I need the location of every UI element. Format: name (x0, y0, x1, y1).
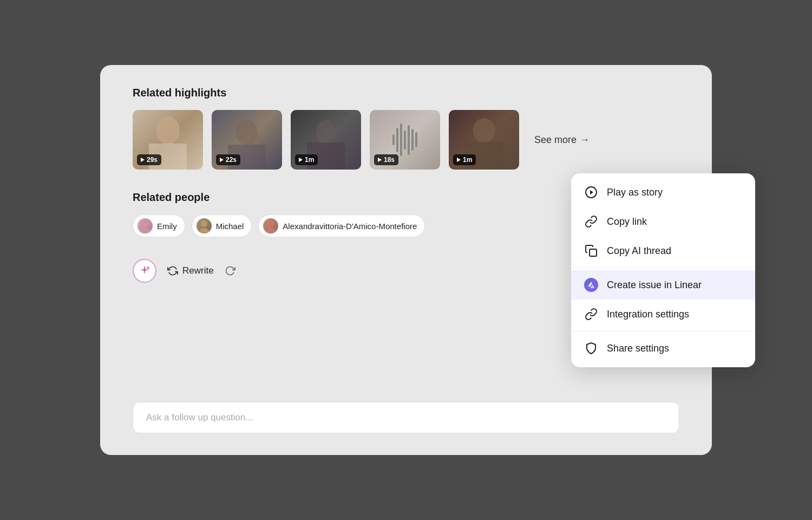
highlight-thumb-3[interactable]: 1m (291, 110, 361, 170)
menu-item-copy-ai-thread[interactable]: Copy AI thread (571, 236, 755, 265)
play-circle-icon (584, 185, 598, 199)
avatar-svg-michael (197, 218, 212, 233)
duration-badge-5: 1m (453, 154, 476, 165)
menu-label-copy-link: Copy link (607, 216, 647, 227)
person-chip-michael[interactable]: Michael (192, 214, 252, 237)
main-card: Related highlights 29s (100, 65, 712, 455)
duration-badge-1: 29s (137, 154, 161, 165)
menu-item-share-settings[interactable]: Share settings (571, 334, 755, 363)
menu-item-create-issue-linear[interactable]: Create issue in Linear (571, 270, 755, 300)
wave-bar (411, 129, 414, 151)
link-icon (584, 214, 598, 229)
menu-item-integration-settings[interactable]: Integration settings (571, 300, 755, 329)
svg-point-12 (267, 220, 274, 227)
wave-bar (404, 131, 406, 150)
wave-bar (408, 125, 410, 155)
avatar-svg-emily (137, 218, 153, 233)
rewrite-icon (167, 265, 178, 276)
svg-point-0 (156, 116, 180, 145)
duration-badge-4: 18s (374, 154, 398, 165)
ask-input-bar[interactable]: Ask a follow up question... (133, 402, 679, 433)
play-icon-4 (378, 158, 382, 162)
person-chip-emily[interactable]: Emily (133, 214, 185, 237)
avatar-alex (263, 218, 278, 233)
see-more-link[interactable]: See more → (534, 134, 590, 146)
svg-point-11 (199, 228, 209, 233)
highlights-section: Related highlights 29s (133, 87, 679, 170)
menu-label-create-issue-linear: Create issue in Linear (607, 280, 702, 291)
wave-bar (396, 128, 398, 152)
duration-badge-2: 22s (216, 154, 240, 165)
menu-label-share-settings: Share settings (607, 343, 669, 354)
play-icon-5 (457, 158, 461, 162)
menu-label-copy-ai-thread: Copy AI thread (607, 245, 671, 257)
play-icon-3 (299, 158, 303, 162)
menu-divider-2 (571, 331, 755, 332)
svg-point-8 (142, 220, 148, 227)
sparkle-icon (139, 265, 150, 277)
highlights-row: 29s 22s (133, 110, 679, 170)
svg-point-2 (236, 120, 258, 146)
arrow-right-icon: → (580, 134, 590, 146)
highlight-thumb-2[interactable]: 22s (212, 110, 282, 170)
highlight-thumb-1[interactable]: 29s (133, 110, 203, 170)
menu-label-integration-settings: Integration settings (607, 309, 689, 320)
highlights-title: Related highlights (133, 87, 679, 99)
context-menu: Play as story Copy link Copy AI thread (571, 173, 755, 367)
person-chip-alex[interactable]: Alexandravittoria-D'Amico-Montefiore (258, 214, 425, 237)
rewrite-button[interactable]: Rewrite (167, 265, 214, 276)
svg-rect-17 (590, 249, 597, 256)
shield-icon (584, 341, 598, 355)
linear-logo-icon (584, 278, 598, 292)
duration-badge-3: 1m (295, 154, 318, 165)
link2-icon (584, 307, 598, 321)
sparkle-button[interactable] (133, 259, 156, 283)
wave-bar (415, 132, 417, 147)
svg-point-13 (265, 228, 276, 233)
ask-placeholder: Ask a follow up question... (146, 412, 253, 422)
svg-point-10 (201, 220, 207, 227)
menu-label-play-as-story: Play as story (607, 187, 663, 198)
person-name-michael: Michael (216, 222, 244, 231)
menu-divider (571, 268, 755, 268)
wave-bar (392, 134, 395, 145)
highlight-thumb-5[interactable]: 1m (449, 110, 519, 170)
avatar-emily (137, 218, 153, 233)
avatar-svg-alex (263, 218, 278, 233)
person-name-emily: Emily (157, 222, 177, 231)
menu-item-play-as-story[interactable]: Play as story (571, 178, 755, 207)
person-name-alex: Alexandravittoria-D'Amico-Montefiore (283, 222, 417, 231)
svg-point-6 (473, 118, 495, 143)
refresh-icon (225, 265, 235, 276)
rewrite-label: Rewrite (182, 265, 214, 276)
see-more-label: See more (534, 134, 577, 146)
svg-point-4 (316, 120, 336, 144)
play-icon-1 (141, 158, 145, 162)
copy-icon (584, 244, 598, 258)
highlight-thumb-4[interactable]: 18s (370, 110, 440, 170)
svg-marker-16 (590, 190, 593, 194)
refresh-button[interactable] (225, 265, 235, 276)
menu-item-copy-link[interactable]: Copy link (571, 207, 755, 236)
play-icon-2 (220, 158, 224, 162)
avatar-michael (197, 218, 212, 233)
svg-point-9 (140, 228, 150, 233)
wave-bar (400, 123, 402, 156)
